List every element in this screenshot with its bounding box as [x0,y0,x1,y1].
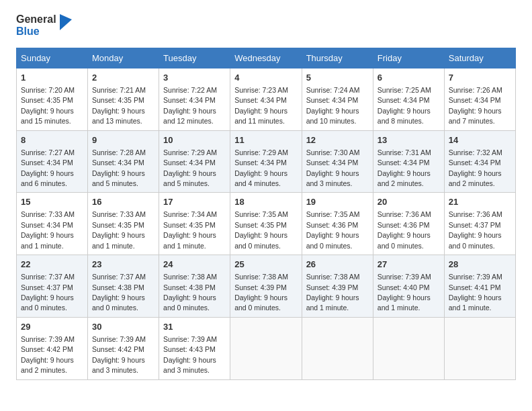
calendar-day-cell: 19Sunrise: 7:35 AMSunset: 4:36 PMDayligh… [302,193,373,255]
day-number: 8 [21,134,83,146]
calendar-day-cell: 14Sunrise: 7:32 AMSunset: 4:34 PMDayligh… [444,130,515,193]
logo: General Blue [16,13,73,38]
day-info: Sunrise: 7:39 AMSunset: 4:41 PMDaylight:… [449,273,502,312]
day-info: Sunrise: 7:36 AMSunset: 4:37 PMDaylight:… [449,210,502,249]
day-info: Sunrise: 7:36 AMSunset: 4:36 PMDaylight:… [378,210,431,249]
weekday-header-tuesday: Tuesday [159,48,230,68]
day-number: 22 [21,259,83,271]
day-info: Sunrise: 7:26 AMSunset: 4:34 PMDaylight:… [449,86,502,125]
day-info: Sunrise: 7:35 AMSunset: 4:36 PMDaylight:… [306,210,360,249]
calendar-day-cell: 7Sunrise: 7:26 AMSunset: 4:34 PMDaylight… [444,68,515,130]
day-info: Sunrise: 7:29 AMSunset: 4:34 PMDaylight:… [163,148,217,187]
day-info: Sunrise: 7:24 AMSunset: 4:34 PMDaylight:… [306,86,360,125]
day-number: 2 [92,72,154,84]
calendar-day-cell: 31Sunrise: 7:39 AMSunset: 4:43 PMDayligh… [159,317,230,379]
day-info: Sunrise: 7:32 AMSunset: 4:34 PMDaylight:… [449,148,502,187]
day-info: Sunrise: 7:38 AMSunset: 4:39 PMDaylight:… [306,273,360,312]
calendar-header: SundayMondayTuesdayWednesdayThursdayFrid… [17,48,516,68]
day-number: 23 [92,259,154,271]
calendar-day-cell: 12Sunrise: 7:30 AMSunset: 4:34 PMDayligh… [302,130,373,193]
day-number: 31 [163,321,226,333]
calendar-day-cell: 4Sunrise: 7:23 AMSunset: 4:34 PMDaylight… [230,68,302,130]
calendar-day-cell: 15Sunrise: 7:33 AMSunset: 4:34 PMDayligh… [17,193,88,255]
calendar-day-cell: 11Sunrise: 7:29 AMSunset: 4:34 PMDayligh… [230,130,302,193]
day-number: 4 [234,72,297,84]
calendar-week-row: 22Sunrise: 7:37 AMSunset: 4:37 PMDayligh… [17,255,516,318]
calendar-day-cell: 27Sunrise: 7:39 AMSunset: 4:40 PMDayligh… [373,255,444,318]
header: General Blue [16,13,516,38]
day-number: 13 [378,134,440,146]
day-info: Sunrise: 7:39 AMSunset: 4:42 PMDaylight:… [21,335,75,374]
calendar-day-cell: 1Sunrise: 7:20 AMSunset: 4:35 PMDaylight… [17,68,88,130]
day-info: Sunrise: 7:33 AMSunset: 4:34 PMDaylight:… [21,210,75,249]
day-number: 6 [378,72,440,84]
day-number: 18 [234,196,297,208]
day-number: 21 [449,196,511,208]
calendar-day-cell: 6Sunrise: 7:25 AMSunset: 4:34 PMDaylight… [373,68,444,130]
calendar-day-cell: 21Sunrise: 7:36 AMSunset: 4:37 PMDayligh… [444,193,515,255]
calendar-day-cell: 13Sunrise: 7:31 AMSunset: 4:34 PMDayligh… [373,130,444,193]
calendar-day-cell: 18Sunrise: 7:35 AMSunset: 4:35 PMDayligh… [230,193,302,255]
calendar-day-cell: 20Sunrise: 7:36 AMSunset: 4:36 PMDayligh… [373,193,444,255]
day-number: 28 [449,259,511,271]
day-number: 16 [92,196,154,208]
day-info: Sunrise: 7:27 AMSunset: 4:34 PMDaylight:… [21,148,75,187]
weekday-header-thursday: Thursday [302,48,373,68]
calendar-day-cell: 16Sunrise: 7:33 AMSunset: 4:35 PMDayligh… [88,193,159,255]
day-number: 24 [163,259,226,271]
day-info: Sunrise: 7:37 AMSunset: 4:38 PMDaylight:… [92,273,146,312]
day-number: 10 [163,134,226,146]
day-number: 30 [92,321,154,333]
day-info: Sunrise: 7:28 AMSunset: 4:34 PMDaylight:… [92,148,146,187]
calendar-week-row: 8Sunrise: 7:27 AMSunset: 4:34 PMDaylight… [17,130,516,193]
calendar-day-cell: 2Sunrise: 7:21 AMSunset: 4:35 PMDaylight… [88,68,159,130]
day-number: 26 [306,259,369,271]
day-info: Sunrise: 7:31 AMSunset: 4:34 PMDaylight:… [378,148,431,187]
day-number: 3 [163,72,226,84]
day-info: Sunrise: 7:34 AMSunset: 4:35 PMDaylight:… [163,210,217,249]
day-info: Sunrise: 7:33 AMSunset: 4:35 PMDaylight:… [92,210,146,249]
calendar-day-cell: 29Sunrise: 7:39 AMSunset: 4:42 PMDayligh… [17,317,88,379]
calendar-day-cell [373,317,444,379]
day-info: Sunrise: 7:38 AMSunset: 4:39 PMDaylight:… [234,273,288,312]
calendar-day-cell: 23Sunrise: 7:37 AMSunset: 4:38 PMDayligh… [88,255,159,318]
day-number: 12 [306,134,369,146]
day-info: Sunrise: 7:22 AMSunset: 4:34 PMDaylight:… [163,86,217,125]
calendar-week-row: 15Sunrise: 7:33 AMSunset: 4:34 PMDayligh… [17,193,516,255]
weekday-header-monday: Monday [88,48,159,68]
logo-blue: Blue [16,26,56,38]
calendar-day-cell: 17Sunrise: 7:34 AMSunset: 4:35 PMDayligh… [159,193,230,255]
svg-marker-0 [60,14,72,30]
calendar-day-cell: 24Sunrise: 7:38 AMSunset: 4:38 PMDayligh… [159,255,230,318]
calendar-day-cell: 5Sunrise: 7:24 AMSunset: 4:34 PMDaylight… [302,68,373,130]
day-info: Sunrise: 7:39 AMSunset: 4:42 PMDaylight:… [92,335,146,374]
day-number: 11 [234,134,297,146]
day-info: Sunrise: 7:25 AMSunset: 4:34 PMDaylight:… [378,86,431,125]
weekday-header-row: SundayMondayTuesdayWednesdayThursdayFrid… [17,48,516,68]
calendar-week-row: 29Sunrise: 7:39 AMSunset: 4:42 PMDayligh… [17,317,516,379]
day-number: 17 [163,196,226,208]
day-info: Sunrise: 7:35 AMSunset: 4:35 PMDaylight:… [234,210,288,249]
calendar-day-cell [302,317,373,379]
day-number: 14 [449,134,511,146]
day-info: Sunrise: 7:21 AMSunset: 4:35 PMDaylight:… [92,86,146,125]
calendar-day-cell: 9Sunrise: 7:28 AMSunset: 4:34 PMDaylight… [88,130,159,193]
calendar-week-row: 1Sunrise: 7:20 AMSunset: 4:35 PMDaylight… [17,68,516,130]
day-number: 1 [21,72,83,84]
weekday-header-saturday: Saturday [444,48,515,68]
calendar-day-cell: 26Sunrise: 7:38 AMSunset: 4:39 PMDayligh… [302,255,373,318]
day-number: 19 [306,196,369,208]
calendar-table: SundayMondayTuesdayWednesdayThursdayFrid… [16,48,516,380]
calendar-day-cell: 3Sunrise: 7:22 AMSunset: 4:34 PMDaylight… [159,68,230,130]
day-info: Sunrise: 7:30 AMSunset: 4:34 PMDaylight:… [306,148,360,187]
day-info: Sunrise: 7:20 AMSunset: 4:35 PMDaylight:… [21,86,75,125]
day-number: 5 [306,72,369,84]
day-number: 27 [378,259,440,271]
day-number: 7 [449,72,511,84]
calendar-day-cell: 25Sunrise: 7:38 AMSunset: 4:39 PMDayligh… [230,255,302,318]
calendar-day-cell: 10Sunrise: 7:29 AMSunset: 4:34 PMDayligh… [159,130,230,193]
calendar-day-cell [230,317,302,379]
day-number: 9 [92,134,154,146]
calendar-day-cell: 30Sunrise: 7:39 AMSunset: 4:42 PMDayligh… [88,317,159,379]
day-number: 15 [21,196,83,208]
